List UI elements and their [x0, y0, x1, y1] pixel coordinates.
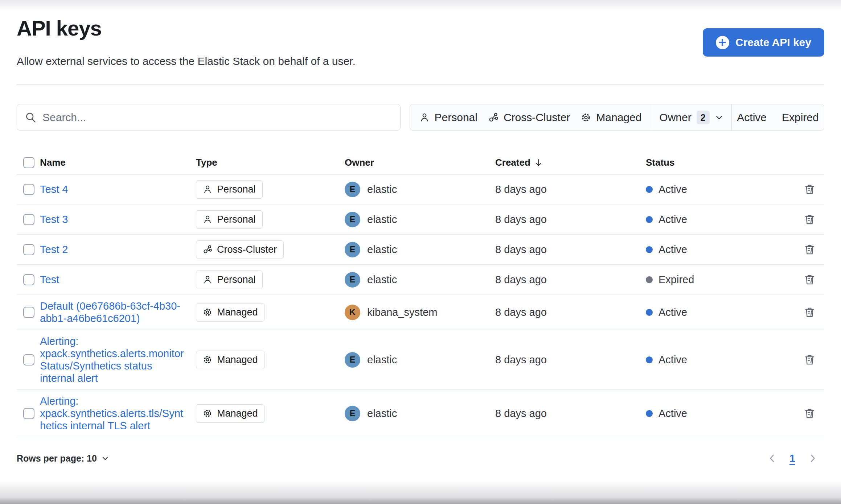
status-cell-wrap: Active: [646, 183, 795, 195]
delete-api-key-button[interactable]: [801, 352, 818, 368]
name-cell: Test 3: [40, 213, 196, 226]
table-row: Alerting: xpack.synthetics.alerts.tls/Sy…: [17, 390, 824, 437]
type-filters-section: Personal Cross-Cluster: [410, 104, 651, 130]
search-box[interactable]: [17, 104, 401, 131]
actions-cell: [795, 181, 824, 198]
previous-page-icon[interactable]: [767, 453, 777, 463]
table-row: Test 2Cross-ClusterEelastic8 days agoAct…: [17, 235, 824, 265]
actions-cell: [795, 352, 824, 368]
create-api-key-button[interactable]: Create API key: [703, 28, 824, 57]
managed-icon: [203, 409, 212, 418]
name-cell: Alerting: xpack.synthetics.alerts.tls/Sy…: [40, 395, 196, 432]
next-page-icon[interactable]: [808, 453, 818, 463]
filter-cross-cluster[interactable]: Cross-Cluster: [488, 111, 570, 124]
api-key-name-link[interactable]: Test 3: [40, 213, 184, 226]
api-key-name-link[interactable]: Alerting: xpack.synthetics.alerts.tls/Sy…: [40, 395, 184, 432]
owner-cell-wrap: Eelastic: [345, 406, 495, 421]
managed-icon: [203, 355, 212, 364]
search-icon: [25, 112, 36, 123]
status-filters-section: Active Expired: [731, 104, 824, 130]
row-checkbox[interactable]: [23, 408, 34, 419]
rows-per-page-button[interactable]: Rows per page: 10: [17, 453, 109, 464]
status-cell-wrap: Active: [646, 306, 795, 318]
row-checkbox-cell: [17, 307, 40, 318]
gear-icon: [581, 112, 591, 123]
cross-cluster-icon: [488, 112, 499, 123]
type-badge: Managed: [196, 404, 265, 423]
api-key-name-link[interactable]: Alerting: xpack.synthetics.alerts.monito…: [40, 335, 184, 384]
header-type: Type: [196, 157, 345, 168]
row-checkbox-cell: [17, 244, 40, 255]
status-dot: [646, 246, 653, 253]
pagination-bar: Rows per page: 10 1: [17, 448, 824, 468]
filter-active[interactable]: Active: [737, 111, 767, 124]
filter-expired-label: Expired: [782, 111, 819, 124]
owner-cell-wrap: Eelastic: [345, 242, 495, 257]
status-dot: [646, 216, 653, 223]
header-status: Status: [646, 157, 795, 168]
api-key-name-link[interactable]: Test: [40, 273, 184, 286]
filter-owner[interactable]: Owner 2: [659, 111, 723, 124]
owner-cell-wrap: Eelastic: [345, 182, 495, 197]
api-key-name-link[interactable]: Test 2: [40, 243, 184, 256]
type-badge-label: Personal: [217, 214, 256, 225]
type-badge-label: Managed: [217, 354, 258, 365]
owner-name: elastic: [367, 354, 397, 366]
personal-icon: [203, 275, 212, 284]
owner-cell-wrap: Kkibana_system: [345, 305, 495, 320]
api-key-name-link[interactable]: Default (0e67686b-63cf-4b30-abb1-a46be61…: [40, 300, 184, 325]
delete-api-key-button[interactable]: [801, 241, 818, 258]
created-cell: 8 days ago: [495, 274, 646, 286]
delete-api-key-button[interactable]: [801, 405, 818, 422]
owner-name: elastic: [367, 244, 397, 256]
delete-api-key-button[interactable]: [801, 272, 818, 288]
created-cell: 8 days ago: [495, 306, 646, 318]
avatar: E: [345, 182, 360, 197]
status-dot: [646, 309, 653, 316]
status-dot: [646, 276, 653, 283]
filter-expired[interactable]: Expired: [782, 111, 819, 124]
page-number-1[interactable]: 1: [789, 453, 795, 464]
header-created-sort[interactable]: Created: [495, 157, 543, 168]
type-badge: Personal: [196, 180, 263, 199]
type-cell: Managed: [196, 351, 345, 369]
filter-managed[interactable]: Managed: [581, 111, 641, 124]
owner-name: kibana_system: [367, 306, 437, 318]
header-divider: [17, 84, 824, 84]
owner-cell-wrap: Eelastic: [345, 272, 495, 288]
name-cell: Alerting: xpack.synthetics.alerts.monito…: [40, 335, 196, 384]
delete-api-key-button[interactable]: [801, 181, 818, 198]
type-badge: Personal: [196, 270, 263, 289]
delete-api-key-button[interactable]: [801, 304, 818, 321]
status-label: Expired: [659, 274, 694, 286]
filter-personal[interactable]: Personal: [419, 111, 477, 124]
type-badge: Managed: [196, 351, 265, 369]
owner-count-badge: 2: [697, 111, 710, 124]
row-checkbox[interactable]: [23, 354, 34, 365]
table-row: Alerting: xpack.synthetics.alerts.monito…: [17, 330, 824, 390]
status-dot: [646, 410, 653, 417]
type-badge-label: Personal: [217, 274, 256, 285]
row-checkbox[interactable]: [23, 244, 34, 255]
table-header-row: Name Type Owner Created Status: [17, 151, 824, 174]
trash-icon: [804, 183, 816, 195]
page-subtitle: Allow external services to access the El…: [17, 55, 824, 67]
row-checkbox[interactable]: [23, 307, 34, 318]
type-cell: Managed: [196, 303, 345, 322]
table-body: Test 4PersonalEelastic8 days agoActiveTe…: [17, 174, 824, 437]
row-checkbox-cell: [17, 408, 40, 419]
row-checkbox[interactable]: [23, 274, 34, 285]
row-checkbox[interactable]: [23, 184, 34, 195]
page-navigation: 1: [767, 453, 818, 464]
table-row: TestPersonalEelastic8 days agoExpired: [17, 265, 824, 295]
row-checkbox-cell: [17, 354, 40, 365]
select-all-checkbox[interactable]: [23, 157, 34, 168]
filter-active-label: Active: [737, 111, 767, 124]
row-checkbox[interactable]: [23, 214, 34, 225]
header-owner: Owner: [345, 157, 495, 168]
delete-api-key-button[interactable]: [801, 211, 818, 228]
api-key-name-link[interactable]: Test 4: [40, 183, 184, 195]
search-input[interactable]: [42, 111, 392, 124]
row-checkbox-cell: [17, 184, 40, 195]
api-keys-page: API keys Create API key Allow external s…: [0, 11, 841, 468]
